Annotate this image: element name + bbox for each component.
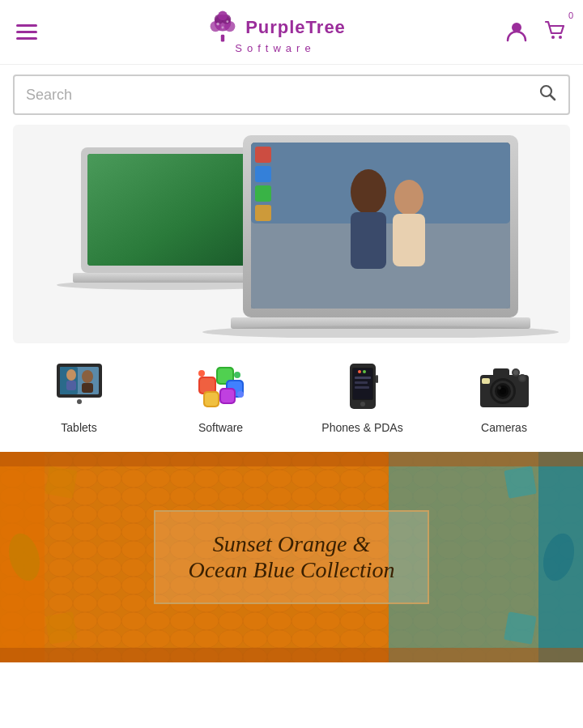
category-tablets[interactable]: Tablets	[17, 358, 142, 434]
svg-rect-30	[255, 166, 271, 182]
svg-rect-63	[355, 381, 368, 384]
cart-button[interactable]: 0	[543, 19, 567, 46]
category-cameras[interactable]: Cameras	[442, 358, 567, 434]
search-bar	[13, 75, 570, 115]
svg-rect-91	[504, 466, 537, 499]
phones-icon-wrap	[330, 358, 395, 415]
collection-banner[interactable]: Sunset Orange & Ocean Blue Collection	[0, 452, 583, 662]
hero-laptop-illustration	[24, 131, 559, 338]
cart-icon	[543, 19, 567, 43]
collection-title-line1: Sunset Orange &	[188, 531, 394, 557]
svg-rect-64	[355, 386, 369, 389]
cart-count-badge: 0	[568, 11, 573, 20]
tablets-label: Tablets	[61, 421, 96, 434]
search-submit-button[interactable]	[538, 83, 557, 107]
svg-rect-62	[355, 377, 371, 379]
svg-point-61	[363, 370, 366, 373]
phones-icon	[334, 360, 392, 413]
collection-title-line2: Ocean Blue Collection	[188, 557, 394, 583]
svg-rect-93	[504, 611, 537, 645]
tablets-icon	[50, 360, 109, 413]
cameras-icon-wrap	[472, 358, 537, 415]
svg-point-12	[559, 36, 562, 39]
svg-rect-68	[493, 368, 509, 378]
svg-rect-0	[221, 35, 224, 42]
search-input[interactable]	[26, 87, 538, 104]
svg-rect-26	[351, 212, 386, 269]
svg-point-41	[82, 370, 93, 383]
svg-point-43	[77, 399, 82, 404]
svg-rect-42	[82, 383, 93, 393]
svg-rect-31	[255, 185, 271, 202]
svg-rect-45	[200, 378, 215, 393]
svg-rect-75	[482, 378, 490, 384]
person-icon	[505, 19, 528, 42]
svg-point-25	[351, 169, 386, 215]
svg-rect-86	[0, 452, 583, 466]
svg-point-60	[358, 370, 361, 373]
svg-point-39	[66, 369, 76, 381]
svg-rect-87	[0, 648, 583, 662]
software-icon	[192, 360, 250, 413]
logo-subtitle: Software	[235, 42, 315, 54]
svg-rect-29	[255, 147, 271, 163]
svg-rect-28	[393, 214, 425, 266]
svg-point-79	[513, 370, 518, 375]
svg-rect-40	[66, 381, 76, 390]
software-icon-wrap	[189, 358, 253, 415]
svg-point-74	[498, 386, 501, 390]
cameras-icon	[475, 360, 534, 413]
svg-rect-17	[87, 154, 253, 266]
svg-point-9	[222, 27, 224, 29]
svg-rect-90	[45, 466, 78, 499]
svg-point-6	[218, 11, 228, 20]
svg-rect-66	[376, 375, 378, 383]
svg-rect-51	[205, 393, 218, 406]
category-phones[interactable]: Phones & PDAs	[300, 358, 425, 434]
hero-banner	[13, 125, 570, 343]
svg-point-54	[198, 370, 205, 377]
svg-rect-92	[45, 611, 78, 645]
category-grid: Tablets Software	[0, 343, 583, 445]
header-actions: 0	[505, 19, 567, 46]
svg-point-8	[227, 20, 229, 23]
svg-point-65	[360, 402, 365, 407]
software-label: Software	[198, 421, 243, 434]
svg-rect-53	[221, 390, 234, 402]
tablets-icon-wrap	[47, 358, 112, 415]
search-icon	[538, 83, 557, 102]
logo-brand-name: PurpleTree	[245, 17, 346, 38]
svg-line-14	[551, 96, 555, 100]
tree-icon	[205, 10, 240, 45]
phones-label: Phones & PDAs	[321, 421, 402, 434]
svg-point-56	[237, 391, 244, 398]
svg-point-55	[234, 372, 240, 378]
collection-text-box: Sunset Orange & Ocean Blue Collection	[154, 510, 428, 604]
svg-point-77	[520, 376, 525, 381]
svg-point-11	[551, 36, 555, 39]
site-header: PurpleTree Software 0	[0, 0, 583, 65]
menu-button[interactable]	[16, 18, 45, 47]
svg-rect-32	[255, 205, 271, 221]
svg-point-7	[216, 23, 219, 26]
account-button[interactable]	[505, 19, 528, 45]
svg-point-27	[394, 180, 423, 215]
cameras-label: Cameras	[481, 421, 527, 434]
site-logo[interactable]: PurpleTree Software	[205, 10, 346, 54]
category-software[interactable]: Software	[159, 358, 283, 434]
